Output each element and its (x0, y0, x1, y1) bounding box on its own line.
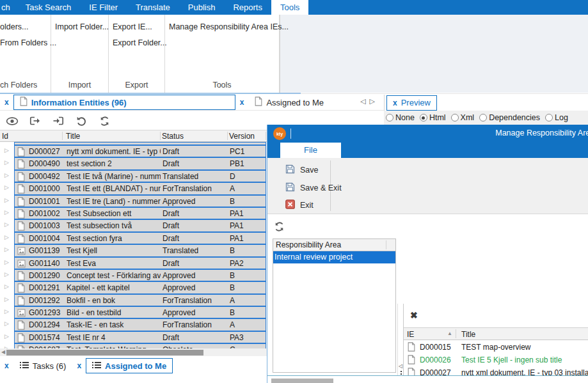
cell-status: Draft (163, 209, 179, 218)
row-expander-icon[interactable]: ▷ (4, 197, 9, 203)
column-header-ie[interactable]: IE (407, 330, 414, 339)
ribbon-tab-publish[interactable]: Publish (179, 0, 225, 15)
column-header-title[interactable]: Title (66, 132, 80, 141)
table-row[interactable]: ▷D001000Test IE ett (BLANDAT) - num...Fo… (0, 182, 267, 194)
horizontal-scrollbar[interactable]: ◀ (0, 348, 267, 356)
row-expander-icon[interactable]: ▷ (4, 283, 9, 290)
close-tab-icon[interactable]: x (4, 361, 9, 370)
dialog-ie-row[interactable]: D000026Test IE 5 Kjell - ingen sub title (404, 354, 588, 366)
save-exit-button[interactable]: Save & Exit (285, 182, 342, 194)
row-expander-icon[interactable]: ▷ (4, 296, 9, 302)
table-row[interactable]: ▷D000492Test IE två (Marine) - numm...Tr… (0, 170, 267, 182)
tab-scroll-left-icon[interactable]: ◁ (360, 97, 365, 106)
table-row[interactable]: ▷D001294Task-IE - en taskForTranslationA (0, 318, 267, 331)
table-row[interactable]: ▷G001140Test EvaDraftPA2 (0, 257, 267, 269)
close-tab-icon[interactable]: x (240, 98, 244, 107)
row-expander-icon[interactable]: ▷ (4, 172, 9, 178)
ribbon-tab-ie-filter[interactable]: IE Filter (80, 0, 127, 15)
table-row[interactable]: ▷D001574Test IE nr 4DraftPA3 (0, 331, 267, 343)
tab-preview[interactable]: x Preview (386, 95, 437, 111)
cell-version: A (230, 184, 235, 193)
dialog-hscroll-thumb[interactable] (271, 379, 333, 383)
close-tab-icon[interactable]: x (393, 98, 397, 107)
manage-responsibility-area-dialog: kty Manage Responsibility Area IEs File … (267, 125, 588, 383)
column-header-title[interactable]: Title (461, 330, 475, 339)
cell-id: D001290 (29, 271, 60, 280)
column-header-version[interactable]: Version (229, 132, 255, 141)
ribbon-button-import-folder[interactable]: Import Folder... (51, 22, 108, 32)
row-expander-icon[interactable]: ▷ (4, 147, 9, 153)
ribbon-button-export-ie[interactable]: Export IE... (109, 22, 164, 32)
tab-assigned-to-me[interactable]: Assigned to Me (248, 95, 330, 110)
tab-tasks-6[interactable]: Tasks (6) (13, 358, 73, 373)
table-row[interactable]: ▷D001001Test IE tre (Land) - nummer 3App… (0, 195, 267, 207)
row-expander-icon[interactable]: ▷ (4, 271, 9, 277)
ribbon-tab-translate[interactable]: Translate (127, 0, 179, 15)
ribbon-button-from-folders[interactable]: From Folders ... (0, 38, 51, 48)
table-row[interactable]: ▷D001004Test section fyraDraftPA1 (0, 232, 267, 244)
ribbon-tab-task-search[interactable]: Task Search (17, 0, 81, 15)
responsibility-area-item[interactable]: Internal review project (273, 251, 395, 263)
panel-splitter[interactable]: ◁ ◁ (397, 304, 404, 383)
column-header-status[interactable]: Status (162, 132, 184, 141)
table-row[interactable]: ▷D001291Kapitel - ett kapitelApprovedB (0, 281, 267, 293)
ribbon-tab-ch[interactable]: ch (0, 0, 17, 15)
table-row[interactable]: ▷D001002Test Subsection ettDraftPA1 (0, 207, 267, 219)
row-expander-icon[interactable]: ▷ (4, 209, 9, 215)
dialog-ribbon: SaveSave & ExitExit (267, 158, 588, 214)
export-icon[interactable] (29, 115, 42, 127)
scroll-left-arrow-icon[interactable]: ◀ (1, 349, 5, 355)
ribbon-button-manage-responsibility-area-ies[interactable]: Manage Responsibility Area IEs... (165, 22, 279, 32)
table-row[interactable]: ▷D000027nytt xml dokument. IE - typ 0...… (0, 145, 267, 157)
column-header-id[interactable]: Id (2, 132, 8, 141)
refresh-icon[interactable] (98, 115, 111, 127)
dialog-ie-row[interactable]: D000015TEST map-overview (404, 341, 588, 354)
row-expander-icon[interactable]: ▷ (4, 234, 9, 240)
radio-none[interactable]: None (386, 113, 415, 122)
ribbon-tab-reports[interactable]: Reports (224, 0, 271, 15)
exit-button[interactable]: Exit (285, 199, 314, 211)
undo-icon[interactable] (75, 115, 88, 127)
table-row[interactable]: ▷D001687Test. Template WarningObsoleteC (0, 343, 267, 348)
remove-ie-icon[interactable]: ✖ (410, 310, 418, 320)
row-expander-icon[interactable]: ▷ (4, 159, 9, 166)
image-icon (17, 308, 26, 320)
table-row[interactable]: ▷D001290Concept test - Förklaring av I..… (0, 269, 267, 281)
radio-html[interactable]: Html (420, 113, 446, 122)
row-expander-icon[interactable]: ▷ (4, 221, 9, 228)
row-expander-icon[interactable]: ▷ (4, 320, 9, 327)
row-expander-icon[interactable]: ▷ (4, 246, 9, 253)
scrollbar-thumb[interactable] (6, 350, 203, 356)
ribbon-button-olders[interactable]: olders... (0, 22, 51, 32)
dialog-title-bar[interactable]: kty Manage Responsibility Area IEs (267, 125, 588, 143)
tab-information-entities-96[interactable]: Information Entities (96) (13, 95, 235, 110)
tab-assigned-to-me[interactable]: Assigned to Me (86, 358, 173, 373)
table-row[interactable]: ▷D001292Bokfil - en bokForTranslationA (0, 294, 267, 306)
file-tab[interactable]: File (280, 143, 341, 158)
ribbon-button-export-folder[interactable]: Export Folder... (109, 38, 164, 48)
row-expander-icon[interactable]: ▷ (4, 333, 9, 340)
row-expander-icon[interactable]: ▷ (4, 308, 9, 315)
table-row[interactable]: ▷G001293Bild - en testbildApprovedB (0, 306, 267, 318)
table-row[interactable]: ▷D000490test section 2DraftPB1 (0, 157, 267, 169)
document-icon (408, 342, 415, 354)
collapse-arrow-icon[interactable]: ◁ (399, 363, 402, 369)
row-expander-icon[interactable]: ▷ (4, 184, 9, 191)
ribbon-group-tools: Manage Responsibility Area IEs...Tools (165, 15, 280, 93)
radio-dependencies[interactable]: Dependencies (479, 113, 540, 122)
ribbon-tab-tools[interactable]: Tools (271, 0, 308, 15)
table-row[interactable]: ▷D001003Test subsection tvåDraftPA1 (0, 219, 267, 231)
tab-scroll-right-icon[interactable]: ▷ (370, 97, 375, 106)
responsibility-area-header[interactable]: Responsibility Area (273, 239, 395, 251)
import-icon[interactable] (52, 115, 65, 127)
table-row[interactable]: ▷G001139Test KjellTranslatedB (0, 244, 267, 256)
close-tab-icon[interactable]: x (77, 361, 81, 370)
row-expander-icon[interactable]: ▷ (4, 259, 9, 265)
save-button[interactable]: Save (285, 164, 319, 176)
close-tab-icon[interactable]: x (4, 98, 9, 107)
view-eye-icon[interactable] (6, 115, 19, 127)
radio-label: Html (429, 113, 446, 122)
refresh-icon[interactable] (273, 221, 285, 232)
radio-log[interactable]: Log (545, 113, 568, 122)
radio-xml[interactable]: Xml (451, 113, 475, 122)
